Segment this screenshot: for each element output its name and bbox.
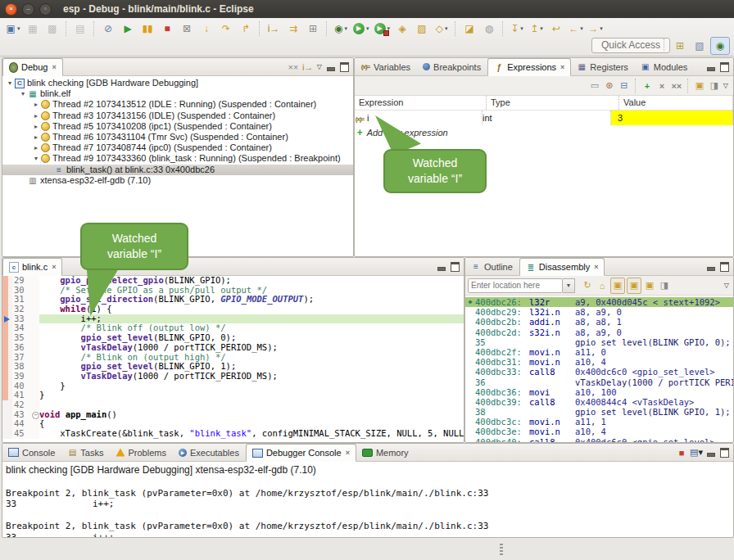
tab-problems[interactable]: Problems — [110, 444, 172, 461]
show-type-names-button[interactable]: ▭ — [588, 79, 601, 93]
disassembly-line[interactable]: 400dbc33:call80x400dc6c0 <gpio_set_level… — [465, 367, 733, 377]
skip-all-breakpoints-button[interactable]: ⊘ — [99, 20, 117, 37]
previous-annotation-button[interactable]: ↥▾ — [528, 20, 546, 37]
external-browser-button[interactable]: ◍ — [480, 20, 498, 37]
tree-expander-icon[interactable]: ▾ — [6, 78, 14, 88]
tree-expander-icon[interactable]: ▸ — [32, 132, 40, 142]
column-header-type[interactable]: Type — [487, 96, 619, 110]
external-tools-button[interactable]: ▶▾ — [373, 20, 392, 37]
new-wizard-button[interactable]: ▣▾ — [4, 20, 22, 37]
tree-expander-icon[interactable]: ▸ — [32, 111, 40, 121]
forward-button[interactable]: →▾ — [587, 20, 605, 37]
editor-line[interactable]: 45 xTaskCreate(&blink_task, "blink_task"… — [2, 429, 464, 439]
minimize-icon[interactable] — [705, 260, 717, 273]
home-button[interactable]: ⌂ — [596, 278, 609, 293]
disassembly-line[interactable]: 400dbc2b:addi.na8, a8, 1 — [465, 317, 733, 327]
tab-blink-c[interactable]: c blink.c × — [2, 258, 62, 276]
open-type-button[interactable]: ◈ — [393, 20, 411, 37]
fold-minus-icon[interactable]: − — [32, 412, 39, 419]
debug-button[interactable]: ◉▾ — [332, 20, 350, 37]
sync-with-stack-frame-button[interactable]: ▣ — [610, 278, 625, 294]
close-icon[interactable]: × — [52, 63, 56, 71]
view-menu-icon[interactable]: ▽ — [723, 82, 728, 89]
show-debug-options-button[interactable]: ⊞ — [304, 20, 322, 37]
add-new-expression-row[interactable]: + Add new expression — [355, 125, 733, 140]
maximize-icon[interactable] — [338, 61, 351, 73]
display-selected-console-button[interactable]: ▤▾ — [690, 445, 703, 460]
pin-view-button[interactable]: ◨ — [708, 79, 721, 93]
tab-expressions[interactable]: ƒExpressions× — [487, 58, 571, 76]
instruction-stepping-button[interactable]: i→ — [265, 20, 283, 37]
debug-tree-item[interactable]: ▾▦blink.elf — [2, 88, 353, 99]
tab-variables[interactable]: (x)=Variables — [355, 58, 417, 75]
disassembly-line[interactable]: 400dbc36:movia10, 100 — [465, 387, 733, 397]
editor-line[interactable]: 41} — [2, 391, 464, 400]
tab-memory[interactable]: Memory — [356, 444, 415, 461]
debug-tree-item[interactable]: ▸Thread #3 1073413156 (IDLE) (Suspended … — [2, 111, 353, 121]
step-over-button[interactable]: ↷ — [217, 20, 235, 37]
collapse-all-button[interactable]: ⊟ — [618, 79, 631, 93]
build-button[interactable]: ▤ — [71, 20, 89, 37]
column-header-value[interactable]: Value — [619, 96, 733, 110]
remove-all-terminated-button[interactable]: ×× — [287, 60, 300, 75]
debug-tree-item[interactable]: ▸Thread #7 1073408744 (ipc0) (Suspended … — [2, 142, 353, 153]
maximize-icon[interactable] — [449, 260, 461, 273]
debug-tree-item[interactable]: ▥xtensa-esp32-elf-gdb (7.10) — [2, 175, 353, 186]
tab-debug[interactable]: Debug × — [2, 58, 63, 76]
minimize-icon[interactable] — [705, 61, 717, 73]
disassembly-line[interactable]: 400dbc39:call80x400844c4 <vTaskDelay> — [465, 397, 733, 407]
maximize-icon[interactable] — [718, 260, 731, 273]
tab-disassembly[interactable]: ≣Disassembly× — [519, 258, 605, 276]
console-output[interactable]: blink checking [GDB Hardware Debugging] … — [2, 462, 733, 538]
suspend-button[interactable]: ▮▮ — [138, 20, 156, 37]
step-into-button[interactable]: ↓ — [197, 20, 215, 37]
step-return-button[interactable]: ↱ — [237, 20, 255, 37]
cpp-perspective-button[interactable]: ▧ — [691, 38, 709, 54]
location-dropdown-icon[interactable]: ▼ — [563, 278, 575, 293]
remove-all-expressions-button[interactable]: ×× — [670, 79, 683, 93]
column-header-expression[interactable]: Expression — [355, 96, 487, 110]
save-button[interactable]: ▦ — [24, 20, 42, 37]
new-view-button[interactable]: ▣ — [693, 79, 706, 93]
tree-expander-icon[interactable]: ▸ — [32, 121, 40, 132]
minimize-icon[interactable] — [435, 260, 447, 273]
tab-executables[interactable]: ▶Executables — [173, 444, 246, 461]
debug-tree-item[interactable]: ▸Thread #5 1073410208 (ipc1) (Suspended … — [2, 121, 353, 132]
expression-row[interactable]: (x)= i int3 — [355, 111, 733, 125]
disassembly-line[interactable]: 400dbc29:l32i.na8, a9, 0 — [465, 307, 733, 317]
code-editor[interactable]: 29 gpio_pad_select_gpio(BLINK_GPIO);30 /… — [2, 276, 464, 439]
editor-line[interactable]: 43−void app_main() — [2, 410, 464, 420]
tree-expander-icon[interactable]: ▸ — [32, 142, 40, 153]
open-resource-button[interactable]: ▨ — [413, 20, 431, 37]
minimize-icon[interactable] — [324, 61, 337, 73]
refresh-view-button[interactable]: ↻ — [581, 278, 594, 293]
disassembly-line[interactable]: 38gpio_set_level(BLINK_GPIO, 1); — [465, 407, 733, 417]
editor-line[interactable]: 40 } — [2, 382, 464, 391]
remove-expression-button[interactable]: × — [655, 79, 668, 93]
next-annotation-button[interactable]: ↧▾ — [508, 20, 526, 37]
close-icon[interactable]: × — [346, 449, 350, 457]
disassembly-line[interactable]: 400dbc2f:movi.na11, 0 — [465, 347, 733, 357]
close-icon[interactable]: × — [52, 263, 56, 271]
open-perspective-button[interactable]: ⊞ — [671, 38, 689, 54]
disassembly-line[interactable]: 35gpio_set_level(BLINK_GPIO, 0); — [465, 337, 733, 347]
debug-tree-item[interactable]: ▸Thread #2 1073413512 (IDLE : Running) (… — [2, 99, 353, 110]
close-icon[interactable]: × — [560, 63, 564, 71]
tree-expander-icon[interactable]: ▸ — [32, 99, 40, 110]
debug-tree-item[interactable]: ▾Cblink checking [GDB Hardware Debugging… — [2, 78, 353, 88]
window-minimize-icon[interactable]: – — [22, 3, 34, 16]
instruction-stepping-mode-button[interactable]: i→ — [301, 60, 315, 75]
window-maximize-icon[interactable]: ▫ — [39, 3, 52, 16]
resume-button[interactable]: ▶ — [119, 20, 137, 37]
tab-modules[interactable]: ▣Modules — [635, 58, 695, 75]
editor-line[interactable]: 39 vTaskDelay(1000 / portTICK_PERIOD_MS)… — [2, 372, 464, 382]
back-button[interactable]: ←▾ — [567, 20, 585, 37]
debug-tree-item[interactable]: ≡blink_task() at blink.c:33 0x400dbc26 — [2, 165, 353, 175]
use-step-filters-button[interactable]: ⇉ — [284, 20, 302, 37]
resize-grip[interactable] — [500, 544, 503, 555]
maximize-icon[interactable] — [718, 61, 731, 73]
disassembly-line[interactable]: ◆400dbc26:l32ra9, 0x400d045c <_stext+109… — [465, 297, 733, 307]
close-icon[interactable]: × — [594, 263, 598, 271]
tree-expander-icon[interactable]: ▾ — [19, 88, 27, 99]
terminate-console-button[interactable]: ■ — [675, 445, 688, 460]
